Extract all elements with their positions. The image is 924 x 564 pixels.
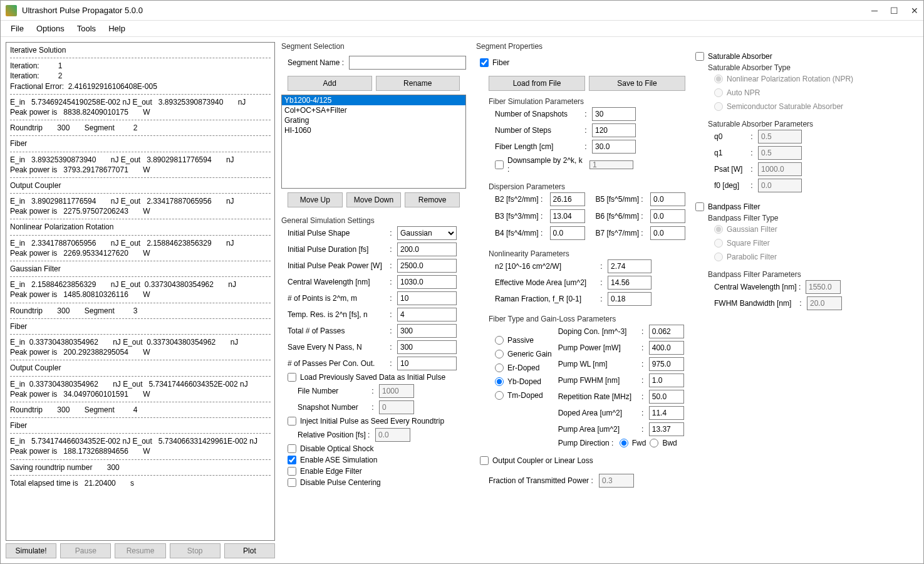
snapnum-label: Snapshot Number [298,403,366,412]
b4-input[interactable] [550,226,585,240]
length-label: Fiber Length [cm] [495,142,579,151]
er-radio[interactable]: Er-Doped [495,363,552,372]
segment-name-input[interactable] [349,56,466,70]
add-segment-button[interactable]: Add [288,76,372,91]
segment-list-item[interactable]: Yb1200-4/125 [282,95,465,105]
fwd-radio[interactable]: Fwd [620,439,646,447]
sa-checkbox[interactable]: Saturable Absorber [695,52,918,61]
length-input[interactable] [592,140,636,154]
generic-radio[interactable]: Generic Gain [495,350,552,358]
tm-radio[interactable]: Tm-Doped [495,391,552,400]
bwd-radio[interactable]: Bwd [650,439,677,447]
save-to-file-button[interactable]: Save to File [589,76,685,91]
segment-selection-title: Segment Selection [281,42,466,51]
b7-input[interactable] [650,226,685,240]
close-icon[interactable]: ✕ [911,6,918,16]
stop-button[interactable]: Stop [170,543,221,558]
fsp-title: Fiber Simulation Parameters [489,97,685,106]
pcon-input[interactable] [397,357,457,370]
inject-checkbox[interactable]: Inject Initial Pulse as Seed Every Round… [288,417,466,426]
b2-input[interactable] [550,192,585,206]
npoints-input[interactable] [397,291,457,305]
filenum-input [379,384,414,398]
pumparea-input[interactable] [649,422,684,436]
fiber-checkbox[interactable]: Fiber [476,58,685,67]
pumpfwhm-label: Pump FWHM [nm] [558,376,636,385]
segment-listbox[interactable]: Yb1200-4/125Col+OC+SA+FilterGratingHI-10… [281,95,466,189]
disable-shock-checkbox[interactable]: Disable Optical Shock [288,444,466,453]
b5-input[interactable] [650,192,685,206]
segment-list-item[interactable]: HI-1060 [282,125,465,135]
disable-center-checkbox[interactable]: Disable Pulse Centering [288,478,466,487]
plot-button[interactable]: Plot [224,543,275,558]
doping-input[interactable] [649,325,684,338]
pulse-shape-label: Initial Pulse Shape [288,229,385,238]
enable-edge-checkbox[interactable]: Enable Edge Filter [288,467,466,476]
dopedarea-input[interactable] [649,406,684,420]
disp-title: Dispersion Parameters [489,182,685,191]
steps-input[interactable] [592,123,636,137]
segment-list-item[interactable]: Col+OC+SA+Filter [282,105,465,115]
mode-input[interactable] [608,276,651,290]
bpf-fwhm-label: FWHM Bandwidth [nm] [714,299,794,308]
movedown-button[interactable]: Move Down [346,192,402,207]
b3-input[interactable] [550,209,585,223]
b6-label: B6 [fs^6/mm] : [595,212,648,221]
steps-label: Number of Steps [495,126,579,135]
menu-file[interactable]: File [6,23,29,34]
n2-input[interactable] [608,259,651,273]
b2-label: B2 [fs^2/mm] : [495,195,548,204]
log-output[interactable]: Iterative SolutionIteration: 1Iteration:… [6,42,275,541]
snap-input[interactable] [592,107,636,121]
maximize-icon[interactable]: ☐ [890,6,898,16]
npr-radio: Nonlinear Polarization Rotation (NPR) [714,75,918,83]
moveup-button[interactable]: Move Up [288,192,343,207]
pulse-dur-input[interactable] [397,243,457,256]
gauss-filter-radio: Gaussian Filter [714,225,918,234]
mode-label: Effective Mode Area [um^2] [495,278,595,287]
simulate-button[interactable]: Simulate! [6,543,56,558]
snapnum-input [379,400,414,414]
b4-label: B4 [fs^4/mm] : [495,229,548,238]
enable-ase-checkbox[interactable]: Enable ASE Simulation [288,456,466,464]
b6-input[interactable] [650,209,685,223]
load-prev-checkbox[interactable]: Load Previously Saved Data as Initial Pu… [288,373,466,382]
segment-list-item[interactable]: Grating [282,115,465,125]
reprate-input[interactable] [649,390,684,404]
general-sim-title: General Simulation Settings [281,216,466,225]
remove-button[interactable]: Remove [405,192,460,207]
pumpwl-label: Pump WL [nm] [558,360,636,368]
menu-options[interactable]: Options [31,23,70,34]
tres-input[interactable] [397,308,457,321]
saven-input[interactable] [397,340,457,354]
menu-tools[interactable]: Tools [72,23,101,34]
pulse-shape-select[interactable]: Gaussian [397,226,457,240]
menu-help[interactable]: Help [103,23,130,34]
q0-input [758,130,802,144]
resume-button[interactable]: Resume [115,543,165,558]
central-wl-input[interactable] [397,275,457,289]
yb-radio[interactable]: Yb-Doped [495,377,552,386]
load-from-file-button[interactable]: Load from File [489,76,585,91]
passive-radio[interactable]: Passive [495,336,552,345]
pause-button[interactable]: Pause [60,543,111,558]
segment-name-label: Segment Name : [288,58,345,67]
peak-power-label: Initial Pulse Peak Power [W] [288,261,385,270]
saven-label: Save Every N Pass, N [288,343,385,352]
peak-power-input[interactable] [397,259,457,273]
minimize-icon[interactable]: ─ [871,6,878,16]
passes-input[interactable] [397,324,457,338]
pumpwl-input[interactable] [649,357,684,371]
raman-input[interactable] [608,292,651,306]
dopedarea-label: Doped Area [um^2] [558,409,636,417]
rename-segment-button[interactable]: Rename [376,76,460,91]
f0-input [758,179,802,192]
bpf-checkbox[interactable]: Bandpass Filter [695,202,918,211]
pumppw-input[interactable] [649,341,684,355]
bpf-cw-input [806,280,841,294]
downsample-checkbox[interactable]: Downsample by 2^k, k : [495,156,685,174]
output-coupler-checkbox[interactable]: Output Coupler or Linear Loss [476,456,685,465]
pumpfwhm-input[interactable] [649,373,684,387]
filenum-label: File Number [298,387,366,395]
b3-label: B3 [fs^3/mm] : [495,212,548,221]
